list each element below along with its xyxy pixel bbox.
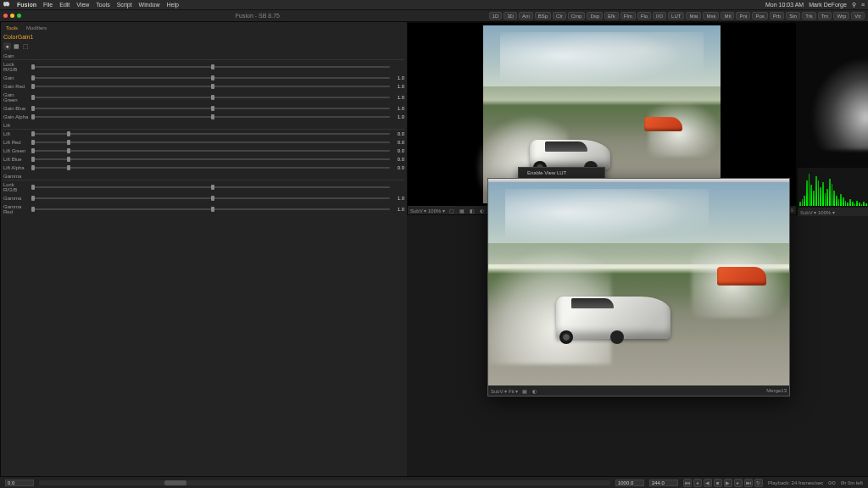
menu-window[interactable]: Window [139,2,160,8]
app-name[interactable]: Fusion [17,2,36,8]
play-icon[interactable]: ▶ [724,479,732,487]
lut-icon[interactable]: ◐ [478,207,486,214]
viewer-b-image[interactable] [798,23,868,167]
param-value[interactable]: 1.0 [392,75,404,80]
ctx-item-0[interactable]: Enable View LUT [519,169,604,176]
param-slider[interactable] [31,186,390,188]
toolbar-btn-pos[interactable]: Pos [752,12,767,19]
param-value[interactable]: 1.0 [392,84,404,89]
inspector-tab-tools[interactable]: Tools [3,25,20,31]
param-value[interactable]: 1.0 [392,114,404,119]
param-value[interactable]: 1.0 [392,196,404,201]
step-back-icon[interactable]: ◂ [693,479,702,487]
toolbar-btn-msk[interactable]: Msk [703,12,719,19]
param-slider[interactable] [31,167,390,169]
apple-icon[interactable] [3,2,10,8]
float-roi-icon[interactable]: ▦ [520,387,528,395]
tab-controls-icon[interactable]: ● [3,42,11,50]
menu-script[interactable]: Script [117,2,132,8]
param-slider[interactable] [31,86,390,87]
time-slider[interactable] [39,480,610,485]
param-slider[interactable] [31,158,390,160]
menu-file[interactable]: File [43,2,53,8]
toolbar-btn-trn[interactable]: Trn [818,12,832,19]
toolbar-btn-i/o[interactable]: I/O [653,12,666,19]
param-value[interactable]: 1.0 [392,95,404,100]
range-start-input[interactable] [5,480,34,486]
menu-icon[interactable]: ≡ [861,2,865,8]
param-slider[interactable] [31,97,390,98]
param-slider[interactable] [31,66,390,68]
toolbar-btn-lut[interactable]: LUT [668,12,684,19]
toolbar-btn-wrp[interactable]: Wrp [833,12,849,19]
minimize-icon[interactable] [10,14,14,18]
toolbar-btn-3d[interactable]: 3D [504,12,517,19]
toolbar-btn-mat[interactable]: Mat [686,12,701,19]
a-b-icon[interactable]: ▢ [448,207,455,214]
float-lut-icon[interactable]: ◐ [531,387,538,395]
inspector-section[interactable]: Gain [3,53,404,60]
floating-viewer-image[interactable] [488,182,789,385]
toolbar-btn-vtr[interactable]: Vtr [851,12,865,19]
toolbar-btn-ani[interactable]: Ani [519,12,533,19]
zoom-icon[interactable] [17,14,21,18]
toolbar-btn-flo[interactable]: Flo [637,12,651,19]
toolbar-btn-flm[interactable]: Flm [620,12,636,19]
playback-status: Playback: 24 frames/sec [768,480,823,485]
search-icon[interactable]: ⚲ [852,2,856,8]
param-value[interactable]: 0.0 [392,148,404,153]
viewer-b-zoom[interactable]: SubV ▾ 100% ▾ [800,209,835,215]
float-zoom[interactable]: SubV ▾ Fit ▾ [491,388,518,394]
time-slider-thumb[interactable] [164,480,186,485]
param-value[interactable]: 0.0 [392,165,404,170]
tab-common-icon[interactable]: ⬚ [22,42,30,50]
param-slider[interactable] [31,150,390,152]
toolbar-btn-mtl[interactable]: Mtl [721,12,734,19]
range-end-input[interactable] [615,480,644,486]
toolbar-btn-dsp[interactable]: Dsp [587,12,603,19]
inspector-tab-modifiers[interactable]: Modifiers [24,25,49,31]
stop-icon[interactable]: ■ [714,479,722,487]
loop-icon[interactable]: ↻ [754,479,763,487]
param-slider[interactable] [31,141,390,143]
param-slider[interactable] [31,108,390,109]
param-value[interactable]: 0.0 [392,140,404,145]
toolbar-btn-clr[interactable]: Clr [553,12,566,19]
toolbar-btn-1d[interactable]: 1D [489,12,503,19]
inspector-section[interactable]: Lift [3,123,404,130]
param-value[interactable]: 1.0 [392,106,404,111]
param-slider[interactable] [31,116,390,118]
param-value[interactable]: 0.0 [392,157,404,162]
step-fwd-icon[interactable]: ▸ [734,479,743,487]
menu-help[interactable]: Help [167,2,179,8]
menu-edit[interactable]: Edit [59,2,70,8]
viewer-a-zoom[interactable]: SubV ▾ 100% ▾ [410,208,445,214]
menu-tools[interactable]: Tools [96,2,109,8]
channel-icon[interactable]: ◧ [468,207,476,214]
traffic-lights[interactable] [3,14,21,18]
menu-view[interactable]: View [76,2,89,8]
current-frame-input[interactable] [649,480,678,486]
toolbar-btn-stn[interactable]: Stn [786,12,800,19]
toolbar-btn-bsp[interactable]: BSp [535,12,551,19]
tab-settings-icon[interactable]: ▦ [13,42,20,50]
floating-viewer[interactable]: SubV ▾ Fit ▾ ▦ ◐ Merge13 [487,178,790,396]
toolbar-btn-cmp[interactable]: Cmp [568,12,586,19]
param-slider[interactable] [31,133,390,135]
param-value[interactable]: 1.0 [392,207,404,212]
param-slider[interactable] [31,208,390,210]
inspector-section[interactable]: Gamma [3,174,404,180]
param-value[interactable]: 0.0 [392,131,404,136]
play-reverse-icon[interactable]: ◀ [704,479,712,487]
roi-icon[interactable]: ▦ [458,207,465,214]
param-slider[interactable] [31,197,390,199]
waveform-scope[interactable] [798,168,868,208]
goto-end-icon[interactable]: ⏭ [744,479,753,487]
toolbar-btn-efk[interactable]: Efk [604,12,619,19]
toolbar-btn-trk[interactable]: Trk [802,12,815,19]
toolbar-btn-pnt[interactable]: Pnt [736,12,750,19]
param-slider[interactable] [31,77,390,79]
toolbar-btn-prb[interactable]: Prb [770,12,784,19]
goto-start-icon[interactable]: ⏮ [683,479,692,487]
close-icon[interactable] [3,14,8,18]
